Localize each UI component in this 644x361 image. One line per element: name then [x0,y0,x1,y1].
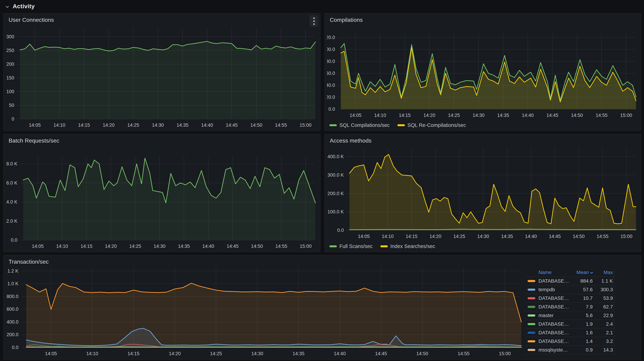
svg-text:14:15: 14:15 [399,113,411,118]
svg-text:600.0: 600.0 [6,307,18,312]
series-max-value: 53.9 [593,296,614,301]
svg-text:300: 300 [6,34,14,39]
transactions-chart[interactable]: 0.0200.0400.0600.0800.01.0 K1.2 K14:0514… [6,267,522,358]
sort-by-max[interactable]: Max [593,270,614,275]
svg-text:0.0: 0.0 [11,237,18,243]
legend-table-header: Name Mean Max [525,268,614,277]
legend-item[interactable]: SQL Compilations/sec [330,122,390,128]
svg-text:14:40: 14:40 [334,351,346,356]
series-mean-value: 0.9 [571,347,593,353]
svg-text:14:55: 14:55 [596,113,608,118]
svg-text:14:05: 14:05 [32,244,44,249]
svg-text:14:40: 14:40 [202,244,214,249]
svg-text:200.0: 200.0 [6,332,18,337]
series-color-pill [528,340,535,342]
svg-text:15:00: 15:00 [499,351,511,356]
batch-requests-chart[interactable]: 0.02.0 K4.0 K6.0 K8.0 K14:0514:1014:1514… [6,147,318,250]
svg-text:14:15: 14:15 [78,122,90,128]
legend-table-row[interactable]: DATABASE05610.753.9 [525,294,614,302]
svg-text:300.0 K: 300.0 K [328,172,344,178]
series-mean-value: 1.9 [571,321,593,327]
series-mean-value: 0.7 [571,356,593,356]
row-header-activity[interactable]: Activity [0,0,644,12]
legend-item[interactable]: Full Scans/sec [330,243,373,249]
svg-text:15:00: 15:00 [300,122,312,128]
series-max-value: 2.4 [593,321,614,327]
access-methods-chart[interactable]: 0.0100.0 K200.0 K300.0 K400.0 K14:0514:1… [327,147,638,240]
legend-series-pill [398,124,405,126]
panel-title[interactable]: Access methods [330,137,372,144]
svg-text:14:35: 14:35 [178,244,190,249]
svg-text:14:15: 14:15 [80,244,92,249]
svg-text:14:25: 14:25 [129,244,141,249]
svg-text:14:35: 14:35 [293,351,304,356]
series-color-pill [528,306,535,308]
legend-table-row[interactable]: DATABASE2460.70.8 [525,354,614,356]
panel-title[interactable]: Transaction/sec [8,259,49,265]
legend-item[interactable]: Index Searches/sec [380,243,435,249]
svg-text:14:55: 14:55 [275,122,287,128]
legend-table-row[interactable]: DATABASE235884.61.1 K [525,277,614,285]
svg-text:14:30: 14:30 [154,244,166,249]
svg-text:15:00: 15:00 [620,113,632,118]
svg-text:14:10: 14:10 [86,351,98,356]
svg-text:14:40: 14:40 [522,113,534,118]
series-max-value: 2.1 [593,330,614,336]
legend-table-row[interactable]: tempdb57.6300.3 [525,285,614,294]
svg-text:40.0: 40.0 [327,83,335,88]
sort-by-name[interactable]: Name [525,270,571,275]
legend-item[interactable]: SQL Re-Compilations/sec [398,122,466,128]
transactions-legend-table: Name Mean Max DATABASE235884.61.1 Ktempd… [525,268,614,356]
legend-table-row[interactable]: DATABASE230_LN7.962.7 [525,302,614,311]
series-name: DATABASE246 [538,356,571,356]
series-mean-value: 1.6 [571,330,593,336]
panel-menu-button[interactable] [310,15,318,27]
series-max-value: 14.3 [593,347,614,353]
series-name: mssqlsystemresource [538,347,571,353]
series-max-value: 22.9 [593,313,614,318]
svg-text:14:45: 14:45 [546,113,558,118]
series-mean-value: 7.9 [571,304,593,310]
svg-text:14:45: 14:45 [549,234,561,239]
series-max-value: 62.7 [593,304,614,310]
svg-text:14:25: 14:25 [453,234,465,239]
series-color-pill [528,349,535,351]
svg-text:15:00: 15:00 [620,234,632,239]
series-max-value: 300.3 [593,287,614,293]
series-color-pill [528,332,535,334]
legend-table-row[interactable]: DATABASE243Hrs1.43.2 [525,337,614,345]
legend-table-row[interactable]: DATABASE2391.92.4 [525,320,614,328]
compilations-chart[interactable]: 0.020.040.060.080.0100.0120.014:0514:101… [327,26,638,119]
svg-text:14:50: 14:50 [416,351,428,356]
panel-title[interactable]: Batch Requests/sec [8,137,59,144]
panel-title[interactable]: User Connections [8,17,54,23]
svg-text:14:30: 14:30 [251,351,263,356]
svg-text:14:20: 14:20 [424,113,436,118]
series-mean-value: 10.7 [571,296,593,301]
series-name: DATABASE056 [538,296,571,301]
svg-text:14:25: 14:25 [127,122,139,128]
legend-table-row[interactable]: DATABASE2401.62.1 [525,328,614,337]
svg-text:14:25: 14:25 [210,351,222,356]
series-name: DATABASE243Hrs [538,339,571,344]
series-color-pill [528,315,535,317]
svg-text:100.0: 100.0 [327,47,335,52]
sort-by-mean[interactable]: Mean [571,270,593,275]
svg-text:14:50: 14:50 [573,234,585,239]
user-connections-chart[interactable]: 05010015020025030014:0514:1014:1514:2014… [6,26,318,129]
svg-text:14:10: 14:10 [374,113,386,118]
svg-text:200.0 K: 200.0 K [328,191,344,196]
svg-text:14:30: 14:30 [472,113,484,118]
panel-access-methods: Access methods 0.0100.0 K200.0 K300.0 K4… [324,134,641,252]
access-methods-legend: Full Scans/secIndex Searches/sec [330,243,435,249]
legend-table-row[interactable]: master5.622.9 [525,311,614,320]
series-mean-value: 57.6 [571,287,593,293]
chevron-down-icon[interactable] [6,5,9,7]
svg-text:14:35: 14:35 [176,122,188,128]
legend-table-row[interactable]: mssqlsystemresource0.914.3 [525,345,614,354]
svg-text:60.0: 60.0 [327,71,335,76]
panel-title[interactable]: Compilations [330,17,362,23]
svg-text:2.0 K: 2.0 K [6,218,18,224]
svg-text:20.0: 20.0 [327,94,335,100]
svg-text:14:10: 14:10 [56,244,68,249]
